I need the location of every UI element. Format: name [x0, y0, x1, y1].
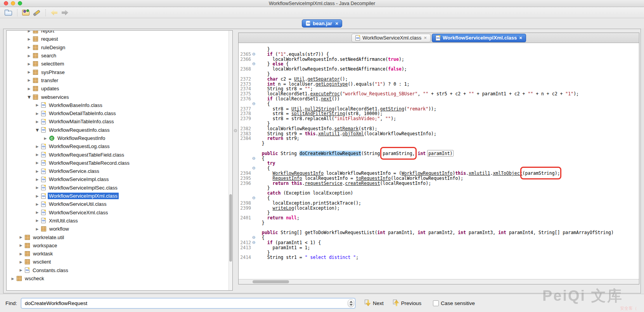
tree-item-workflowbaseinfo-class[interactable]: ▶WorkflowBaseInfo.class: [7, 101, 229, 109]
open-type-icon[interactable]: [22, 9, 30, 16]
tree-item-wsclient[interactable]: ▶wsclient: [7, 258, 229, 266]
expand-arrow-icon[interactable]: ▶: [35, 120, 40, 124]
collapse-arrow-icon[interactable]: ▼: [27, 95, 31, 99]
tree-item-wscheck[interactable]: ▶wscheck: [7, 274, 229, 283]
expand-arrow-icon[interactable]: ▶: [19, 260, 23, 264]
fold-icon[interactable]: ⊖: [251, 166, 256, 171]
stepper-up-icon[interactable]: [350, 301, 353, 303]
open-file-icon[interactable]: [4, 9, 13, 16]
package-icon: [25, 251, 30, 256]
fold-icon[interactable]: ⊖: [251, 62, 256, 67]
tree-item-workflowservicexml-class[interactable]: ▶WorkflowServiceXml.class: [7, 209, 229, 217]
tree-item-workflow[interactable]: ▶workflow: [7, 225, 229, 233]
expand-arrow-icon[interactable]: ▶: [27, 70, 31, 74]
expand-arrow-icon[interactable]: ▶: [19, 252, 23, 256]
expand-arrow-icon[interactable]: ▶: [35, 210, 40, 214]
tree-item-worktask[interactable]: ▶worktask: [7, 250, 229, 258]
find-input[interactable]: [21, 298, 355, 309]
close-icon[interactable]: ×: [335, 21, 338, 26]
close-icon[interactable]: ×: [424, 36, 427, 40]
tree-item-webservices[interactable]: ▼webservices: [7, 93, 229, 101]
tree-item-workflowrequestinfo[interactable]: ▶CWorkflowRequestInfo: [7, 134, 229, 142]
search-icon[interactable]: [33, 9, 41, 16]
tree-item-xmlutil-class[interactable]: ▶XmlUtil.class: [7, 217, 229, 225]
find-next-button[interactable]: Next: [373, 300, 384, 306]
find-history-stepper[interactable]: [348, 299, 354, 307]
fold-gutter: [251, 82, 256, 87]
splitter-handle[interactable]: [234, 129, 237, 132]
expand-arrow-icon[interactable]: ▶: [19, 243, 23, 247]
close-icon[interactable]: ×: [519, 36, 522, 40]
expand-arrow-icon[interactable]: ▶: [35, 227, 40, 231]
expand-arrow-icon[interactable]: ▶: [27, 30, 31, 33]
find-next-icon[interactable]: [365, 300, 371, 306]
expand-arrow-icon[interactable]: ▶: [27, 78, 31, 82]
tree-item-workflowserviceimplxml-class[interactable]: ▶WorkflowServiceImplXml.class: [7, 192, 229, 200]
back-icon[interactable]: [50, 9, 59, 16]
tree-item-request[interactable]: ▶request: [7, 35, 229, 43]
code-text: return str9;: [256, 136, 639, 141]
forward-icon[interactable]: [61, 9, 69, 16]
tree-item-selectitem[interactable]: ▶selectItem: [7, 60, 229, 68]
expand-arrow-icon[interactable]: ▶: [35, 169, 40, 173]
expand-arrow-icon[interactable]: ▶: [35, 178, 40, 181]
fold-icon[interactable]: ⊖: [251, 235, 256, 240]
code-horizontal-scrollbar[interactable]: [239, 279, 639, 284]
fold-icon[interactable]: ⊖: [251, 102, 256, 107]
tree-item-ruledesign[interactable]: ▶ruleDesign: [7, 43, 229, 52]
expand-arrow-icon[interactable]: ▶: [35, 186, 40, 190]
collapse-arrow-icon[interactable]: ▼: [35, 128, 40, 132]
expand-arrow-icon[interactable]: ▶: [35, 103, 40, 107]
tree-vertical-scrollbar[interactable]: [229, 31, 232, 290]
expand-arrow-icon[interactable]: ▶: [35, 112, 40, 115]
tree-item-updates[interactable]: ▶updates: [7, 84, 229, 93]
expand-arrow-icon[interactable]: ▶: [43, 136, 48, 140]
code-scrollbar-thumb[interactable]: [253, 280, 289, 283]
expand-arrow-icon[interactable]: ▶: [35, 202, 40, 206]
tree-item-workflowrequestlog-class[interactable]: ▶WorkflowRequestLog.class: [7, 142, 229, 150]
tree-item-transfer[interactable]: ▶transfer: [7, 76, 229, 84]
tree-item-workflowserviceimplsec-class[interactable]: ▶WorkflowServiceImplSec.class: [7, 184, 229, 192]
tree-item-workrelate-util[interactable]: ▶workrelate.util: [7, 233, 229, 241]
case-sensitive-checkbox[interactable]: [433, 300, 439, 306]
tree-item-workflowmaintableinfo-class[interactable]: ▶WorkflowMainTableInfo.class: [7, 117, 229, 126]
expand-arrow-icon[interactable]: ▶: [27, 45, 31, 49]
tree-item-report[interactable]: ▶report: [7, 30, 229, 35]
tree-scrollbar-thumb[interactable]: [229, 194, 232, 262]
expand-arrow-icon[interactable]: ▶: [27, 37, 31, 41]
stepper-down-icon[interactable]: [350, 304, 353, 306]
expand-arrow-icon[interactable]: ▶: [10, 277, 15, 281]
tree-item-constants-class[interactable]: ▶Constants.class: [7, 266, 229, 274]
expand-arrow-icon[interactable]: ▶: [19, 268, 23, 272]
find-previous-button[interactable]: Previous: [401, 300, 422, 306]
find-previous-icon[interactable]: [394, 300, 399, 306]
tree-item-workflowrequesttablefield-class[interactable]: ▶WorkflowRequestTableField.class: [7, 150, 229, 159]
expand-arrow-icon[interactable]: ▶: [27, 54, 31, 58]
tree-item-workflowdetailtableinfo-class[interactable]: ▶WorkflowDetailTableInfo.class: [7, 109, 229, 117]
tree-item-workflowservice-class[interactable]: ▶WorkflowService.class: [7, 167, 229, 175]
fold-icon[interactable]: ⊖: [251, 240, 256, 245]
expand-arrow-icon[interactable]: ▶: [35, 145, 40, 148]
tree-item-workspace[interactable]: ▶workspace: [7, 241, 229, 250]
expand-arrow-icon[interactable]: ▶: [19, 235, 23, 239]
tab-workflowserviceimplxml[interactable]: WorkflowServiceImplXml.class ×: [432, 34, 526, 42]
tree-item-search[interactable]: ▶search: [7, 52, 229, 60]
expand-arrow-icon[interactable]: ▶: [27, 62, 31, 66]
fold-icon[interactable]: ⊖: [251, 52, 256, 57]
expand-arrow-icon[interactable]: ▶: [35, 161, 40, 165]
tree-item-label: WorkflowServiceImpl.class: [48, 176, 110, 183]
tree-item-sysphrase[interactable]: ▶sysPhrase: [7, 68, 229, 76]
expand-arrow-icon[interactable]: ▶: [35, 153, 40, 157]
tree-item-workflowserviceutil-class[interactable]: ▶WorkflowServiceUtil.class: [7, 200, 229, 208]
fold-icon[interactable]: ⊖: [251, 196, 256, 201]
jar-tab-strip: bean.jar ×: [0, 18, 644, 28]
tree-item-workflowserviceimpl-class[interactable]: ▶WorkflowServiceImpl.class: [7, 175, 229, 183]
tab-workflowservicexml[interactable]: WorkflowServiceXml.class ×: [351, 34, 431, 42]
expand-arrow-icon[interactable]: ▶: [27, 87, 31, 91]
fold-icon[interactable]: ⊖: [251, 156, 256, 161]
expand-arrow-icon[interactable]: ▶: [35, 194, 40, 198]
tree-item-workflowrequestinfo-class[interactable]: ▼WorkflowRequestInfo.class: [7, 126, 229, 134]
expand-arrow-icon[interactable]: ▶: [35, 219, 40, 222]
tree-item-workflowrequesttablerecord-class[interactable]: ▶WorkflowRequestTableRecord.class: [7, 159, 229, 167]
tab-bean-jar[interactable]: bean.jar ×: [302, 19, 342, 28]
